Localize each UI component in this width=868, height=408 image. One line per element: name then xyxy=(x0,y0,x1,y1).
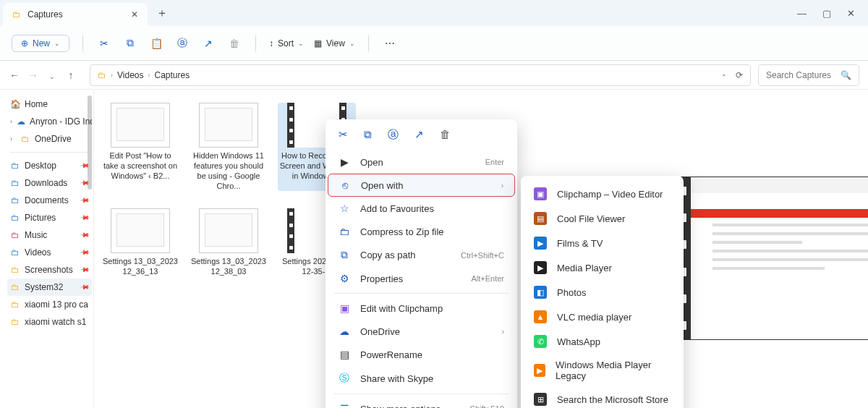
sidebar-item-xiaomi-13-pro-ca[interactable]: 🗀 xiaomi 13 pro ca xyxy=(7,296,92,313)
rename-icon[interactable]: ⓐ xyxy=(174,37,190,50)
app-icon: ▣ xyxy=(534,187,547,200)
search-input[interactable] xyxy=(766,70,835,80)
tab-captures[interactable]: 🗀 Captures ✕ xyxy=(3,3,148,26)
new-button[interactable]: ⊕ New ⌄ xyxy=(12,35,69,52)
sidebar-item-videos[interactable]: 🗀 Videos 📌 xyxy=(7,244,92,261)
sidebar-item-xiaomi-watch-s1[interactable]: 🗀 xiaomi watch s1 xyxy=(7,313,92,331)
breadcrumb[interactable]: Videos xyxy=(117,70,143,80)
folder-icon: 🗀 xyxy=(10,317,20,327)
sidebar-item-documents[interactable]: 🗀 Documents 📌 xyxy=(7,192,92,209)
tab-title: Captures xyxy=(27,9,123,20)
sidebar-item-downloads[interactable]: 🗀 Downloads 📌 xyxy=(7,174,92,192)
sidebar-item-music[interactable]: 🗀 Music 📌 xyxy=(7,226,92,244)
open-with-app[interactable]: ▶ Media Player xyxy=(521,255,684,280)
pin-icon: 📌 xyxy=(80,247,90,258)
delete-icon[interactable]: 🗑 xyxy=(440,128,451,142)
app-icon: ⊞ xyxy=(534,393,547,406)
forward-button[interactable]: → xyxy=(27,69,39,81)
view-button[interactable]: ▦ View ⌄ xyxy=(314,38,355,48)
address-bar[interactable]: 🗀 › Videos › Captures ⌄ ⟳ xyxy=(90,64,751,86)
minimize-button[interactable]: — xyxy=(797,8,807,19)
titlebar: 🗀 Captures ✕ ＋ — ▢ ✕ xyxy=(0,0,868,26)
cut-icon[interactable]: ✂ xyxy=(339,128,348,142)
open-with-app[interactable]: ◧ Photos xyxy=(521,280,684,305)
powerrename-icon: ▤ xyxy=(339,349,350,360)
sidebar-home[interactable]: 🏠Home xyxy=(7,95,92,113)
open-with-app[interactable]: ▣ Clipchamp – Video Editor xyxy=(521,182,684,206)
ctx-skype[interactable]: ⓈShare with Skype xyxy=(326,366,517,391)
ctx-clipchamp[interactable]: ▣Edit with Clipchamp xyxy=(326,297,517,320)
app-icon: ▲ xyxy=(534,310,547,323)
ctx-zip[interactable]: 🗀Compress to Zip file xyxy=(326,220,517,243)
onedrive-icon: ☁ xyxy=(339,326,350,337)
open-with-app[interactable]: ✆ WhatsApp xyxy=(521,329,684,354)
recent-button[interactable]: ⌄ xyxy=(46,69,58,81)
open-with-app[interactable]: ▶ Windows Media Player Legacy xyxy=(521,354,684,387)
copy-path-icon: ⧉ xyxy=(339,249,350,261)
chevron-down-icon: ⌄ xyxy=(349,40,355,47)
folder-icon: 🗀 xyxy=(10,247,20,258)
sidebar-item-pictures[interactable]: 🗀 Pictures 📌 xyxy=(7,209,92,226)
maximize-button[interactable]: ▢ xyxy=(822,8,831,19)
sidebar-item-desktop[interactable]: 🗀 Desktop 📌 xyxy=(7,157,92,174)
folder-icon: 🗀 xyxy=(10,299,20,310)
open-with-app[interactable]: ⊞ Search the Microsoft Store xyxy=(521,387,684,408)
folder-icon: 🗀 xyxy=(10,230,20,240)
skype-icon: Ⓢ xyxy=(339,372,350,385)
star-icon: ☆ xyxy=(339,203,350,214)
open-with-app[interactable]: ▤ Cool File Viewer xyxy=(521,206,684,231)
ctx-favourites[interactable]: ☆Add to Favourites xyxy=(326,197,517,220)
refresh-icon[interactable]: ⟳ xyxy=(736,70,743,80)
back-button[interactable]: ← xyxy=(9,69,20,81)
close-tab-icon[interactable]: ✕ xyxy=(129,9,140,20)
ctx-properties[interactable]: ⚙PropertiesAlt+Enter xyxy=(326,267,517,290)
app-icon: ◧ xyxy=(534,286,547,299)
sidebar-onedrive[interactable]: ›🗀OneDrive xyxy=(7,130,92,148)
folder-icon: 🗀 xyxy=(20,134,30,144)
pin-icon: 📌 xyxy=(80,213,90,224)
ctx-powerrename[interactable]: ▤PowerRename xyxy=(326,343,517,366)
cut-icon[interactable]: ✂ xyxy=(96,38,112,49)
file-name: Hidden Windows 11 features you should be… xyxy=(190,150,268,191)
open-with-submenu: ▣ Clipchamp – Video Editor ▤ Cool File V… xyxy=(521,176,684,408)
pin-icon: 📌 xyxy=(80,282,90,293)
copy-icon[interactable]: ⧉ xyxy=(364,128,372,142)
delete-icon[interactable]: 🗑 xyxy=(226,38,242,49)
ctx-onedrive[interactable]: ☁OneDrive› xyxy=(326,320,517,343)
copy-icon[interactable]: ⧉ xyxy=(122,37,138,49)
chevron-down-icon[interactable]: ⌄ xyxy=(721,70,727,80)
pin-icon: 📌 xyxy=(80,161,90,171)
sort-button[interactable]: ↕ Sort ⌄ xyxy=(269,38,304,48)
app-icon: ▶ xyxy=(534,261,547,274)
share-icon[interactable]: ↗ xyxy=(414,128,424,142)
up-button[interactable]: ↑ xyxy=(65,69,77,81)
file-item[interactable]: Settings 13_03_2023 12_36_13 xyxy=(101,208,179,276)
search-box[interactable]: 🔍 xyxy=(758,64,859,86)
more-icon[interactable]: ⋯ xyxy=(382,38,398,49)
app-icon: ▤ xyxy=(534,212,547,225)
file-item[interactable]: Hidden Windows 11 features you should be… xyxy=(190,103,268,191)
new-tab-button[interactable]: ＋ xyxy=(156,6,168,21)
file-item[interactable]: Edit Post "How to take a screenshot on W… xyxy=(101,103,179,191)
ctx-open[interactable]: ▶OpenEnter xyxy=(326,150,517,174)
file-item[interactable]: Settings 13_03_2023 12_38_03 xyxy=(190,208,268,276)
share-icon[interactable]: ↗ xyxy=(200,38,216,49)
chevron-right-icon: › xyxy=(501,182,503,190)
folder-icon: 🗀 xyxy=(10,213,20,223)
sidebar-item-system32[interactable]: 🗀 System32 📌 xyxy=(7,279,92,296)
sidebar-cloud[interactable]: ›☁Anyron - IDG Inc xyxy=(7,113,92,130)
ctx-open-with[interactable]: ⎋Open with› xyxy=(328,174,515,197)
folder-icon: 🗀 xyxy=(10,282,20,292)
close-window-button[interactable]: ✕ xyxy=(847,8,855,19)
open-with-app[interactable]: ▶ Films & TV xyxy=(521,231,684,255)
open-with-app[interactable]: ▲ VLC media player xyxy=(521,305,684,329)
file-name: Settings 13_03_2023 12_36_13 xyxy=(101,256,179,276)
ctx-more-options[interactable]: ☰Show more optionsShift+F10 xyxy=(326,397,517,408)
sidebar-item-screenshots[interactable]: 🗀 Screenshots 📌 xyxy=(7,261,92,279)
rename-icon[interactable]: ⓐ xyxy=(388,128,399,142)
breadcrumb[interactable]: Captures xyxy=(154,70,190,80)
folder-icon: 🗀 xyxy=(10,161,20,171)
plus-icon: ⊕ xyxy=(21,38,28,48)
more-icon: ☰ xyxy=(339,403,350,408)
ctx-copy-path[interactable]: ⧉Copy as pathCtrl+Shift+C xyxy=(326,243,517,267)
